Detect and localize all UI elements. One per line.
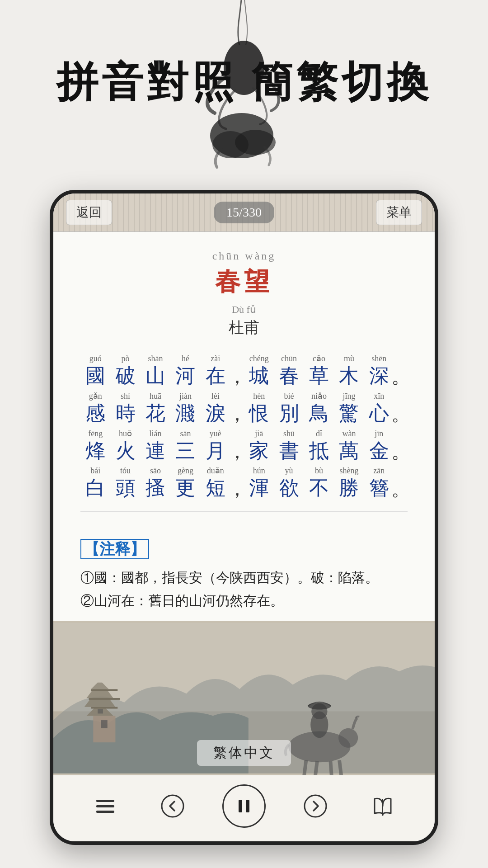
char-0-4: zài在	[201, 353, 230, 388]
menu-nav-button[interactable]	[87, 788, 123, 824]
char-text: 白	[85, 476, 105, 500]
char-text: 不	[309, 476, 329, 500]
svg-point-31	[305, 795, 326, 817]
char-pinyin: zān	[373, 465, 385, 476]
poem-line-2: gǎn感shí時huā花jiàn濺lèi淚，hèn恨bié別niǎo鳥jīng驚…	[80, 390, 408, 426]
char-0-2: shān山	[141, 353, 170, 388]
char-text: 木	[339, 364, 359, 388]
char-1-2: huā花	[141, 390, 170, 426]
char-text: 抵	[309, 439, 329, 463]
char-text: 月	[206, 439, 225, 463]
svg-point-3	[235, 130, 276, 155]
char-0-3: hé河	[170, 353, 200, 388]
char-text: 書	[279, 439, 299, 463]
menu-icon	[94, 795, 116, 817]
char-pinyin: shēn	[371, 353, 386, 364]
char-pinyin: niǎo	[311, 390, 327, 402]
play-pause-icon	[232, 794, 256, 818]
char-1-4: lèi淚	[201, 390, 230, 426]
poem-area: chūn wàng 春望 Dù fǔ 杜甫 guó國pò破shān山hé河zài…	[53, 232, 435, 534]
char-pinyin: shān	[148, 353, 163, 364]
char-pinyin: gèng	[178, 465, 193, 476]
svg-rect-29	[239, 800, 242, 812]
nav-bar: 返回 15/330 菜单	[53, 193, 435, 232]
annotation-text: ①國：國都，指長安（今陕西西安）。破：陷落。②山河在：舊日的山河仍然存在。	[80, 566, 408, 612]
char-1-8: niǎo鳥	[304, 390, 334, 426]
char-text: 心	[369, 402, 389, 426]
author-pinyin: Dù fǔ	[80, 304, 408, 316]
char-text: 萬	[339, 439, 359, 463]
char-text: 勝	[339, 476, 359, 500]
next-icon	[304, 794, 327, 818]
poem-line-1: guó國pò破shān山hé河zài在，chéng城chūn春cǎo草mù木sh…	[80, 353, 408, 388]
char-text: 金	[369, 439, 389, 463]
annotation-item-1: ①國：國都，指長安（今陕西西安）。破：陷落。	[80, 566, 408, 589]
char-1-10: xīn心	[364, 390, 394, 426]
char-pinyin: cǎo	[313, 353, 325, 364]
back-button[interactable]: 返回	[66, 200, 112, 225]
char-text: 烽	[85, 439, 105, 463]
char-pinyin: guó	[89, 353, 102, 364]
char-2-9: wàn萬	[334, 428, 364, 463]
char-2-10: jīn金	[364, 428, 394, 463]
char-3-7: yù欲	[274, 465, 304, 500]
book-button[interactable]	[365, 788, 401, 824]
char-text: 城	[249, 364, 269, 388]
char-0-9: mù木	[334, 353, 364, 388]
page-counter: 15/330	[214, 202, 274, 223]
char-pinyin: yuè	[210, 428, 221, 439]
char-3-4: duǎn短	[201, 465, 230, 500]
char-text: 感	[85, 402, 105, 426]
char-pinyin: huā	[150, 390, 161, 402]
char-text: 搔	[145, 476, 165, 500]
painting-area: 繁体中文	[53, 621, 435, 775]
phone-mockup: 返回 15/330 菜单 chūn wàng 春望 Dù fǔ 杜甫 guó國p…	[50, 190, 438, 845]
char-pinyin: gǎn	[89, 390, 102, 402]
char-3-6: hún渾	[244, 465, 274, 500]
svg-rect-15	[98, 709, 103, 714]
char-1-7: bié別	[274, 390, 304, 426]
char-pinyin: lèi	[211, 390, 220, 402]
char-text: 簪	[369, 476, 389, 500]
char-pinyin: zài	[211, 353, 220, 364]
char-2-8: dǐ抵	[304, 428, 334, 463]
char-pinyin: dǐ	[316, 428, 322, 439]
banner-title: 拼音對照 簡繁切換	[56, 54, 432, 110]
annotation-item-2: ②山河在：舊日的山河仍然存在。	[80, 589, 408, 612]
svg-point-17	[338, 728, 358, 748]
char-0-6: chéng城	[244, 353, 274, 388]
svg-point-28	[162, 795, 183, 817]
char-text: 欲	[279, 476, 299, 500]
poem-line-4: bái白tóu頭sāo搔gèng更duǎn短，hún渾yù欲bù不shèng勝z…	[80, 465, 408, 500]
char-pinyin: chūn	[281, 353, 297, 364]
char-pinyin: huǒ	[119, 428, 132, 439]
char-3-3: gèng更	[170, 465, 200, 500]
bottom-nav	[53, 775, 435, 841]
char-3-9: shèng勝	[334, 465, 364, 500]
char-pinyin: yù	[285, 465, 293, 476]
char-pinyin: bié	[284, 390, 294, 402]
menu-button[interactable]: 菜单	[376, 200, 422, 225]
char-pinyin: duǎn	[207, 465, 224, 476]
char-text: 深	[369, 364, 389, 388]
char-2-1: huǒ火	[110, 428, 140, 463]
svg-rect-6	[93, 716, 115, 742]
poem-line-3: fēng烽huǒ火lián連sān三yuè月，jiā家shū書dǐ抵wàn萬jī…	[80, 428, 408, 463]
char-pinyin: jiā	[255, 428, 263, 439]
char-text: 春	[279, 364, 299, 388]
char-pinyin: sāo	[150, 465, 161, 476]
poem-divider	[80, 511, 408, 512]
prev-button[interactable]	[155, 788, 191, 824]
char-0-0: guó國	[80, 353, 110, 388]
char-text: 渾	[249, 476, 269, 500]
char-1-0: gǎn感	[80, 390, 110, 426]
play-pause-button[interactable]	[222, 784, 266, 828]
char-3-2: sāo搔	[141, 465, 170, 500]
char-text: 頭	[116, 476, 136, 500]
char-pinyin: shèng	[339, 465, 358, 476]
char-pinyin: fēng	[88, 428, 103, 439]
char-3-8: bù不	[304, 465, 334, 500]
char-0-8: cǎo草	[304, 353, 334, 388]
char-text: 草	[309, 364, 329, 388]
next-button[interactable]	[297, 788, 333, 824]
